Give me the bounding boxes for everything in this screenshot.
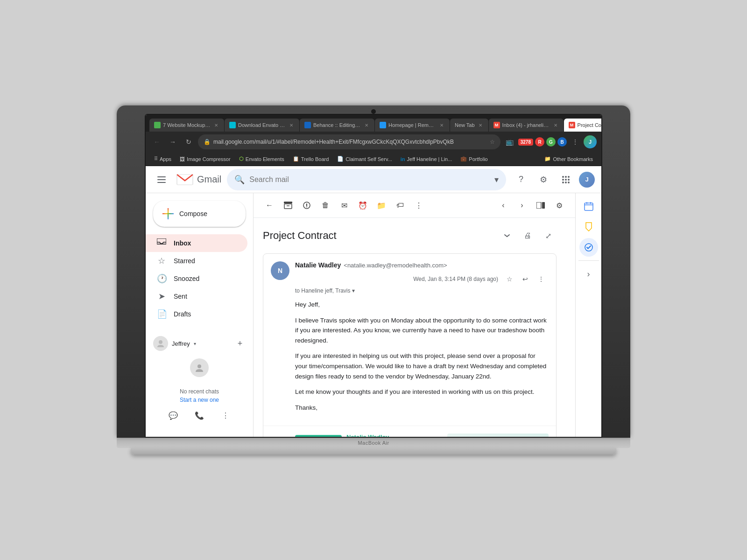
to-dropdown-icon[interactable]: ▾ — [352, 287, 355, 294]
prev-email-button[interactable]: ‹ — [495, 197, 512, 214]
chat-icons-row: 💬 📞 ⋮ — [146, 403, 253, 427]
more-toolbar-button[interactable]: ⋮ — [410, 197, 427, 214]
right-sidebar-expand-icon[interactable]: › — [579, 265, 598, 283]
add-account-button[interactable]: + — [234, 338, 246, 349]
right-sidebar-keep-icon[interactable] — [579, 217, 598, 236]
tab-7[interactable]: M Project Contract - ha... ✕ — [564, 119, 602, 132]
tab-2-close[interactable]: ✕ — [288, 122, 295, 128]
tab-2[interactable]: Download Envato Elem... ✕ — [225, 119, 299, 132]
bookmark-claimant[interactable]: 📄 Claimant Self Serv... — [333, 154, 395, 163]
compose-button[interactable]: Compose — [153, 201, 246, 227]
back-button[interactable]: ← — [150, 135, 163, 148]
more-chat-icon[interactable]: ⋮ — [217, 407, 234, 424]
more-message-button[interactable]: ⋮ — [534, 272, 549, 287]
start-new-chat-link[interactable]: Start a new one — [146, 397, 253, 403]
email-main-panel: ← 🗑 ✉ ⏰ 📁 🏷 ⋮ — [253, 193, 575, 437]
sidebar-item-inbox[interactable]: Inbox — [146, 234, 247, 252]
tab-6-close[interactable]: ✕ — [552, 122, 559, 128]
tab-4-close[interactable]: ✕ — [438, 122, 445, 128]
folder-icon: 📁 — [544, 156, 551, 162]
search-input[interactable] — [249, 175, 490, 184]
sig-info: Natalie Wadley Marketing Communications … — [346, 434, 438, 437]
bookmark-image-compressor[interactable]: 🖼 Image Compressor — [176, 155, 234, 163]
signature-left: +R Natalie Wadley Marketing Communicatio… — [295, 434, 438, 437]
account-avatar-button[interactable]: J — [579, 172, 595, 188]
search-bar[interactable]: 🔍 ▾ — [227, 169, 506, 190]
tab-1-close[interactable]: ✕ — [213, 122, 219, 128]
next-email-button[interactable]: › — [514, 197, 530, 214]
tab-3-close[interactable]: ✕ — [363, 122, 370, 128]
user-avatar-small — [153, 336, 168, 351]
extension-green[interactable]: G — [546, 137, 556, 147]
delete-button[interactable]: 🗑 — [317, 197, 334, 214]
search-icon: 🔍 — [234, 175, 245, 185]
svg-rect-25 — [542, 202, 545, 209]
address-bar[interactable]: 🔒 mail.google.com/mail/u/1/#label/Remode… — [198, 134, 500, 149]
user-dropdown-icon: ▾ — [194, 341, 196, 346]
archive-button[interactable] — [280, 197, 296, 214]
to-text: to Haneline jeff, Travis — [295, 287, 351, 294]
email-toolbar: ← 🗑 ✉ ⏰ 📁 🏷 ⋮ — [254, 193, 575, 218]
sidebar-item-drafts[interactable]: 📄 Drafts — [146, 305, 247, 323]
tab-1[interactable]: 7 Website Mockups b... ✕ — [149, 119, 224, 132]
back-to-inbox-button[interactable]: ← — [261, 197, 278, 214]
reply-button[interactable]: ↩ — [518, 272, 533, 287]
tab-2-favicon — [229, 122, 236, 128]
chat-bubble-icon[interactable]: 💬 — [165, 407, 182, 424]
svg-point-14 — [568, 182, 570, 183]
extension-blue[interactable]: B — [557, 137, 567, 147]
hamburger-menu-button[interactable] — [152, 170, 171, 189]
tab-3[interactable]: Behance :: Editing Yo... ✕ — [300, 119, 374, 132]
settings-gear-button[interactable]: ⚙ — [551, 197, 568, 214]
svg-point-13 — [565, 182, 567, 183]
tab-6[interactable]: M Inbox (4) - jrhaneline... ✕ — [489, 119, 564, 132]
email-signature: +R Natalie Wadley Marketing Communicatio… — [263, 426, 556, 437]
sidebar-item-starred[interactable]: ☆ Starred — [146, 252, 247, 270]
bookmark-jeff[interactable]: in Jeff Haneline | Lin... — [397, 155, 456, 163]
expand-collapse-button[interactable] — [499, 227, 515, 244]
bookmark-portfolio[interactable]: 💼 Portfolio — [457, 154, 491, 163]
browser-profile-icon[interactable]: J — [584, 135, 597, 148]
right-sidebar-tasks-icon[interactable] — [579, 238, 598, 257]
label-button[interactable]: 🏷 — [392, 197, 409, 214]
tab-5-close[interactable]: ✕ — [477, 122, 484, 128]
open-in-new-button[interactable]: ⤢ — [540, 227, 557, 244]
no-recent-chats-text: No recent chats — [146, 381, 253, 397]
sidebar-item-snoozed[interactable]: 🕐 Snoozed — [146, 270, 247, 287]
bookmark-trello[interactable]: 📋 Trello Board — [289, 154, 333, 163]
svg-point-23 — [306, 207, 307, 208]
reload-button[interactable]: ↻ — [182, 135, 195, 148]
other-bookmarks[interactable]: 📁 Other Bookmarks — [541, 154, 597, 163]
bookmark-apps[interactable]: ⠿ Apps — [150, 154, 175, 163]
svg-rect-19 — [284, 204, 292, 209]
snooze-button[interactable]: ⏰ — [354, 197, 371, 214]
move-to-button[interactable]: 📁 — [373, 197, 390, 214]
bookmark-envato[interactable]: ⬡ Envato Elements — [235, 154, 288, 163]
extension-red[interactable]: R — [535, 137, 544, 147]
mark-unread-button[interactable]: ✉ — [336, 197, 352, 214]
macbook-bottom-bar: MacBook Air — [117, 438, 630, 448]
split-view-button[interactable] — [532, 197, 549, 214]
star-message-button[interactable]: ☆ — [502, 272, 517, 287]
forward-button[interactable]: → — [166, 135, 179, 148]
right-sidebar-calendar-icon[interactable] — [579, 197, 598, 216]
starred-label: Starred — [174, 257, 240, 265]
search-dropdown-icon[interactable]: ▾ — [494, 175, 499, 185]
menu-button[interactable]: ⋮ — [569, 135, 582, 148]
phone-icon[interactable]: 📞 — [191, 407, 208, 424]
macbook-screen-bezel: 7 Website Mockups b... ✕ Download Envato… — [117, 105, 630, 438]
help-button[interactable]: ? — [512, 170, 530, 189]
svg-point-12 — [562, 182, 564, 183]
sig-name: Natalie Wadley — [346, 434, 438, 437]
svg-rect-1 — [157, 179, 166, 180]
tab-5[interactable]: New Tab ✕ — [450, 119, 488, 132]
apps-grid-button[interactable] — [557, 170, 575, 189]
sender-avatar: N — [271, 261, 289, 280]
cast-button[interactable]: 📺 — [503, 135, 516, 148]
sidebar-item-sent[interactable]: ➤ Sent — [146, 287, 247, 305]
tab-4[interactable]: Homepage | Remodel... ✕ — [375, 119, 450, 132]
print-button[interactable]: 🖨 — [519, 227, 536, 244]
report-spam-button[interactable] — [298, 197, 315, 214]
settings-button[interactable]: ⚙ — [534, 170, 553, 189]
bookmark-portfolio-label: Portfolio — [469, 156, 487, 162]
